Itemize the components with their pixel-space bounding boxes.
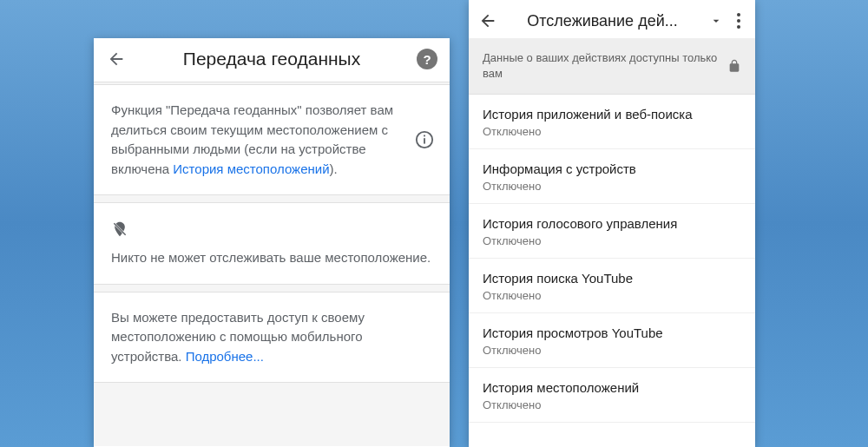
list-item[interactable]: История приложений и веб-поиска Отключен… xyxy=(469,95,755,149)
list-item[interactable]: Информация с устройств Отключено xyxy=(469,149,755,204)
item-status: Отключено xyxy=(483,125,741,138)
page-title: Передача геоданных xyxy=(127,49,417,69)
learn-more-link[interactable]: Подробнее... xyxy=(186,349,264,364)
phone-left: Передача геоданных ? Функция "Передача г… xyxy=(94,38,450,447)
list-item[interactable]: История голосового управления Отключено xyxy=(469,204,755,259)
access-text: Вы можете предоставить доступ к своему м… xyxy=(111,308,432,367)
item-status: Отключено xyxy=(483,180,741,193)
location-off-icon xyxy=(111,219,128,240)
list-item[interactable]: История поиска YouTube Отключено xyxy=(469,259,755,313)
nobody-card: Никто не может отслеживать ваше местопол… xyxy=(94,202,450,285)
description-card: Функция "Передача геоданных" позволяет в… xyxy=(94,84,450,195)
privacy-text: Данные о ваших действиях доступны только… xyxy=(483,50,727,82)
access-card: Вы можете предоставить доступ к своему м… xyxy=(94,292,450,384)
item-title: История приложений и веб-поиска xyxy=(483,107,741,122)
list-item[interactable]: История просмотров YouTube Отключено xyxy=(469,313,755,368)
account-dropdown[interactable] xyxy=(708,13,724,29)
svg-rect-2 xyxy=(424,135,425,137)
header-left: Передача геоданных ? xyxy=(94,38,450,82)
back-button[interactable] xyxy=(106,49,127,69)
page-title: Отслеживание дей... xyxy=(498,12,707,30)
info-icon[interactable] xyxy=(415,130,434,149)
lock-icon xyxy=(727,57,741,75)
help-icon: ? xyxy=(423,52,431,67)
body-left: Функция "Передача геоданных" позволяет в… xyxy=(94,82,450,446)
overflow-menu[interactable] xyxy=(731,13,746,29)
item-title: Информация с устройств xyxy=(483,161,741,176)
dot-icon xyxy=(737,25,740,29)
caret-down-icon xyxy=(709,14,723,28)
svg-rect-1 xyxy=(424,138,425,143)
nobody-text: Никто не может отслеживать ваше местопол… xyxy=(111,248,432,268)
description-text: Функция "Передача геоданных" позволяет в… xyxy=(111,101,432,179)
arrow-left-icon xyxy=(478,11,497,30)
item-title: История просмотров YouTube xyxy=(483,325,741,340)
item-status: Отключено xyxy=(483,234,741,247)
privacy-banner: Данные о ваших действиях доступны только… xyxy=(469,38,755,95)
header-right: Отслеживание дей... xyxy=(469,0,755,38)
dot-icon xyxy=(737,13,740,16)
arrow-left-icon xyxy=(107,49,126,69)
help-button[interactable]: ? xyxy=(417,49,437,69)
history-link[interactable]: История местоположений xyxy=(173,161,329,176)
activity-list: История приложений и веб-поиска Отключен… xyxy=(469,95,755,423)
dot-icon xyxy=(737,19,740,23)
item-status: Отключено xyxy=(483,344,741,357)
item-status: Отключено xyxy=(483,289,741,302)
item-status: Отключено xyxy=(483,398,741,411)
desc-post: ). xyxy=(330,161,338,176)
phone-right: Отслеживание дей... Данные о ваших дейст… xyxy=(469,0,755,447)
back-button[interactable] xyxy=(477,10,498,31)
item-title: История местоположений xyxy=(483,380,741,395)
item-title: История голосового управления xyxy=(483,216,741,231)
item-title: История поиска YouTube xyxy=(483,271,741,286)
list-item[interactable]: История местоположений Отключено xyxy=(469,368,755,423)
